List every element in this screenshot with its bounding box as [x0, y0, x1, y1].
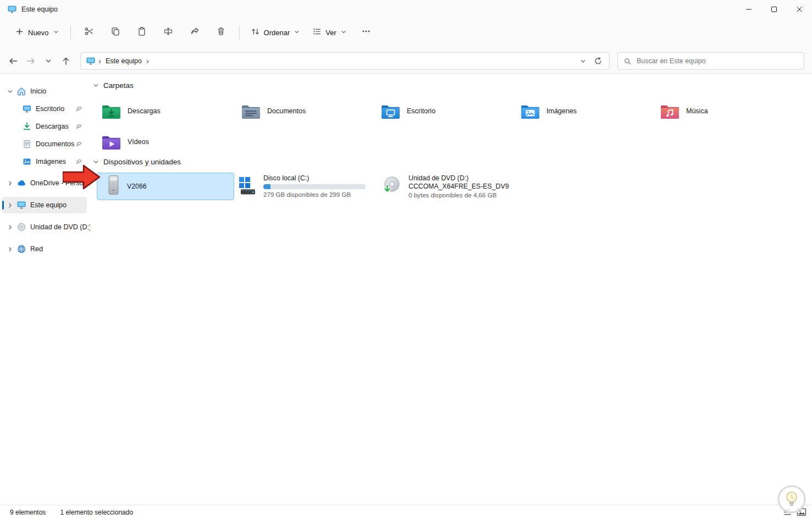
- folder-tile-documentos[interactable]: Documentos: [236, 97, 374, 125]
- network-icon: [16, 244, 26, 254]
- more-button[interactable]: [356, 23, 377, 42]
- documents-folder-icon: [241, 103, 261, 119]
- close-button[interactable]: [787, 0, 812, 19]
- devices-section-header[interactable]: Dispositivos y unidades: [92, 158, 181, 166]
- rename-icon: [163, 26, 173, 38]
- plus-icon: [15, 27, 24, 38]
- folder-tile-imagenes[interactable]: Imágenes: [516, 97, 653, 125]
- command-bar: Nuevo Or: [0, 20, 812, 45]
- folder-tile-escritorio[interactable]: Escritorio: [376, 97, 513, 125]
- sidebar-item-dvd[interactable]: Unidad de DVD (D:): [2, 219, 87, 235]
- cut-button[interactable]: [79, 23, 100, 42]
- navigation-bar: › Este equipo ›: [0, 48, 812, 74]
- sidebar-item-descargas[interactable]: Descargas: [2, 118, 87, 135]
- folder-tile-musica[interactable]: Música: [655, 97, 793, 125]
- search-input[interactable]: [637, 57, 798, 65]
- scissors-icon: [84, 26, 94, 38]
- drive-tile-v2066[interactable]: V2066: [97, 173, 234, 200]
- folder-tile-videos[interactable]: Vídeos: [97, 128, 234, 156]
- refresh-button[interactable]: [590, 53, 606, 69]
- recent-locations-button[interactable]: [40, 52, 57, 70]
- paste-button[interactable]: [131, 23, 152, 42]
- rename-button[interactable]: [158, 23, 179, 42]
- trash-icon: [216, 26, 226, 38]
- sidebar-item-label: Escritorio: [36, 105, 64, 113]
- sidebar-item-imagenes[interactable]: Imágenes: [2, 153, 87, 170]
- drive-label: V2066: [127, 183, 147, 191]
- sidebar-item-label: Inicio: [30, 87, 46, 95]
- copy-button[interactable]: [105, 23, 126, 42]
- search-box[interactable]: [617, 52, 804, 70]
- breadcrumb-chevron-icon: ›: [98, 56, 101, 65]
- back-button[interactable]: [4, 52, 22, 70]
- chevron-down-icon[interactable]: [92, 82, 100, 89]
- window-chrome: Este equipo Nuevo: [0, 0, 812, 74]
- window-controls: [736, 0, 812, 19]
- pictures-icon: [22, 157, 32, 167]
- view-button[interactable]: Ver: [306, 23, 353, 42]
- share-icon: [190, 26, 200, 38]
- folder-tile-descargas[interactable]: Descargas: [97, 97, 234, 125]
- arrow-up-icon: [61, 56, 71, 66]
- folder-label: Descargas: [128, 107, 161, 115]
- pictures-folder-icon: [521, 103, 540, 119]
- pin-icon: [75, 123, 82, 130]
- minimize-button[interactable]: [736, 0, 761, 19]
- sidebar-item-escritorio[interactable]: Escritorio: [2, 101, 87, 117]
- folder-label: Música: [686, 107, 708, 115]
- folders-section-header[interactable]: Carpetas: [92, 81, 134, 90]
- sidebar-item-inicio[interactable]: Inicio: [2, 83, 87, 100]
- chevron-down-icon[interactable]: [92, 158, 100, 165]
- sidebar-item-este-equipo[interactable]: Este equipo: [2, 197, 87, 213]
- search-icon: [623, 57, 632, 65]
- local-disk-icon: [237, 176, 257, 197]
- capacity-bar: [263, 184, 366, 189]
- delete-button[interactable]: [211, 23, 231, 42]
- breadcrumb-chevron-icon[interactable]: ›: [146, 56, 149, 65]
- folder-label: Vídeos: [128, 138, 149, 146]
- sidebar-item-red[interactable]: Red: [2, 241, 87, 257]
- sidebar-item-label: Descargas: [36, 123, 69, 130]
- new-button[interactable]: Nuevo: [9, 23, 65, 42]
- maximize-button[interactable]: [761, 0, 787, 19]
- new-button-label: Nuevo: [28, 29, 49, 37]
- details-view-button[interactable]: [783, 508, 792, 516]
- drive-tile-dvd[interactable]: Unidad de DVD (D:) CCCOMA_X64FRE_ES-ES_D…: [376, 173, 513, 200]
- sidebar-item-label: Este equipo: [30, 201, 67, 209]
- navigation-pane: Inicio Escritorio Descargas Documentos I…: [0, 74, 90, 505]
- folders-section-title: Carpetas: [103, 81, 134, 90]
- address-bar[interactable]: › Este equipo ›: [80, 52, 610, 70]
- up-button[interactable]: [57, 52, 75, 70]
- usb-drive-icon: [107, 175, 120, 198]
- chevron-down-icon: [340, 29, 347, 37]
- onedrive-icon: [16, 178, 26, 188]
- folder-label: Escritorio: [407, 107, 435, 115]
- toolbar-separator: [239, 26, 240, 39]
- chevron-right-icon[interactable]: [7, 246, 14, 253]
- sidebar-item-onedrive[interactable]: OneDrive - Personal: [2, 175, 87, 191]
- folder-label: Documentos: [267, 107, 306, 115]
- chevron-right-icon[interactable]: [7, 224, 14, 231]
- copy-icon: [111, 26, 120, 38]
- drive-label: Disco local (C:): [263, 174, 366, 183]
- breadcrumb-item-this-pc[interactable]: Este equipo: [106, 57, 142, 65]
- view-button-label: Ver: [325, 29, 336, 37]
- share-button[interactable]: [184, 23, 205, 42]
- forward-button[interactable]: [22, 52, 40, 70]
- volume-label: CCCOMA_X64FRE_ES-ES_DV9: [408, 183, 509, 191]
- chevron-right-icon[interactable]: [7, 180, 14, 187]
- sort-button[interactable]: Ordenar: [245, 23, 307, 42]
- thumbnail-view-button[interactable]: [797, 508, 807, 516]
- music-folder-icon: [660, 103, 680, 119]
- chevron-right-icon[interactable]: [7, 202, 14, 209]
- drive-tile-local-disk[interactable]: Disco local (C:) 279 GB disponibles de 2…: [236, 173, 374, 200]
- folder-label: Imágenes: [546, 107, 577, 115]
- devices-section-title: Dispositivos y unidades: [103, 158, 181, 166]
- sidebar-item-label: Unidad de DVD (D:): [30, 223, 91, 231]
- chevron-down-icon[interactable]: [7, 88, 14, 95]
- address-dropdown-button[interactable]: [575, 53, 590, 69]
- window-title: Este equipo: [21, 5, 58, 13]
- this-pc-icon: [86, 57, 95, 65]
- refresh-icon: [594, 57, 603, 65]
- sidebar-item-documentos[interactable]: Documentos: [2, 136, 87, 152]
